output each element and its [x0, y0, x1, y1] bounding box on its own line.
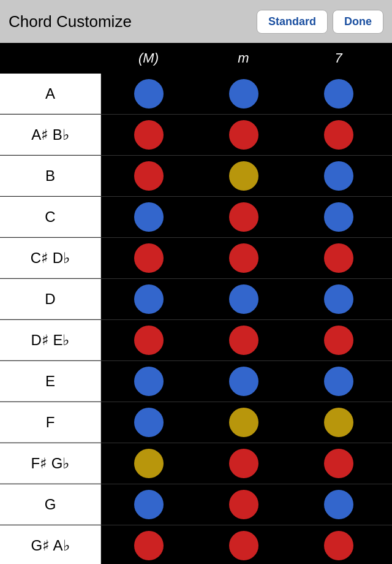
- chord-row: A♯ B♭: [0, 115, 392, 156]
- dot-minor[interactable]: [229, 367, 258, 396]
- chord-dots: [101, 243, 392, 273]
- dot-seventh[interactable]: [324, 243, 353, 273]
- dot-minor[interactable]: [229, 120, 258, 150]
- dot-minor[interactable]: [229, 490, 258, 519]
- dot-major[interactable]: [134, 326, 164, 355]
- dot-minor[interactable]: [229, 161, 258, 191]
- dot-cell: [101, 531, 196, 560]
- chord-dots: [101, 326, 392, 355]
- dot-minor[interactable]: [229, 79, 258, 109]
- col-header-seventh: 7: [291, 50, 386, 66]
- chord-label: A♯ B♭: [0, 115, 101, 155]
- chord-label: F♯ G♭: [0, 443, 101, 484]
- dot-cell: [291, 202, 386, 232]
- dot-cell: [101, 326, 196, 355]
- dot-major[interactable]: [134, 531, 164, 560]
- chord-dots: [101, 79, 392, 109]
- dot-minor[interactable]: [229, 284, 258, 314]
- dot-cell: [196, 79, 291, 109]
- dot-cell: [101, 79, 196, 109]
- dot-cell: [291, 490, 386, 519]
- chord-label: G: [0, 484, 101, 525]
- dot-major[interactable]: [134, 449, 164, 478]
- col-header-minor: m: [196, 50, 291, 66]
- chord-grid: AA♯ B♭BCC♯ D♭DD♯ E♭EFF♯ G♭GG♯ A♭: [0, 74, 392, 564]
- column-headers: (M) m 7: [0, 43, 392, 74]
- dot-cell: [196, 161, 291, 191]
- dot-cell: [291, 367, 386, 396]
- dot-cell: [101, 202, 196, 232]
- chord-dots: [101, 120, 392, 150]
- done-button[interactable]: Done: [333, 10, 383, 34]
- dot-seventh[interactable]: [324, 367, 353, 396]
- page-title: Chord Customize: [9, 12, 132, 31]
- chord-label: D: [0, 279, 101, 319]
- dot-major[interactable]: [134, 161, 164, 191]
- chord-label: C: [0, 197, 101, 237]
- chord-row: C: [0, 197, 392, 238]
- chord-dots: [101, 490, 392, 519]
- dot-minor[interactable]: [229, 408, 258, 437]
- dot-cell: [101, 120, 196, 150]
- dot-cell: [101, 408, 196, 437]
- dot-seventh[interactable]: [324, 120, 353, 150]
- dot-seventh[interactable]: [324, 449, 353, 478]
- chord-row: D: [0, 279, 392, 320]
- dot-seventh[interactable]: [324, 408, 353, 437]
- dot-cell: [101, 284, 196, 314]
- header: Chord Customize Standard Done: [0, 0, 392, 43]
- dot-seventh[interactable]: [324, 326, 353, 355]
- dot-major[interactable]: [134, 79, 164, 109]
- dot-cell: [101, 243, 196, 273]
- dot-cell: [101, 490, 196, 519]
- chord-dots: [101, 367, 392, 396]
- dot-cell: [196, 120, 291, 150]
- dot-cell: [291, 531, 386, 560]
- dot-cell: [196, 202, 291, 232]
- dot-cell: [291, 326, 386, 355]
- chord-row: F♯ G♭: [0, 443, 392, 484]
- dot-cell: [196, 284, 291, 314]
- chord-label: A: [0, 74, 101, 114]
- dot-seventh[interactable]: [324, 531, 353, 560]
- chord-row: E: [0, 361, 392, 402]
- dot-seventh[interactable]: [324, 490, 353, 519]
- standard-button[interactable]: Standard: [257, 10, 328, 34]
- dot-cell: [291, 161, 386, 191]
- dot-cell: [196, 367, 291, 396]
- dot-cell: [101, 449, 196, 478]
- dot-minor[interactable]: [229, 326, 258, 355]
- dot-seventh[interactable]: [324, 161, 353, 191]
- dot-minor[interactable]: [229, 531, 258, 560]
- chord-label: D♯ E♭: [0, 320, 101, 360]
- dot-cell: [291, 449, 386, 478]
- dot-seventh[interactable]: [324, 202, 353, 232]
- dot-major[interactable]: [134, 490, 164, 519]
- dot-major[interactable]: [134, 202, 164, 232]
- dot-minor[interactable]: [229, 243, 258, 273]
- chord-row: D♯ E♭: [0, 320, 392, 361]
- header-buttons: Standard Done: [257, 10, 383, 34]
- dot-cell: [101, 367, 196, 396]
- chord-dots: [101, 202, 392, 232]
- dot-cell: [196, 449, 291, 478]
- dot-minor[interactable]: [229, 449, 258, 478]
- chord-row: G: [0, 484, 392, 525]
- dot-major[interactable]: [134, 408, 164, 437]
- dot-seventh[interactable]: [324, 284, 353, 314]
- dot-major[interactable]: [134, 284, 164, 314]
- dot-seventh[interactable]: [324, 79, 353, 109]
- chord-label: E: [0, 361, 101, 402]
- dot-cell: [291, 79, 386, 109]
- dot-major[interactable]: [134, 367, 164, 396]
- dot-cell: [196, 531, 291, 560]
- chord-label: B: [0, 156, 101, 196]
- dot-major[interactable]: [134, 243, 164, 273]
- dot-cell: [101, 161, 196, 191]
- col-header-major: (M): [101, 50, 196, 66]
- dot-minor[interactable]: [229, 202, 258, 232]
- chord-dots: [101, 408, 392, 437]
- dot-major[interactable]: [134, 120, 164, 150]
- dot-cell: [291, 120, 386, 150]
- chord-row: C♯ D♭: [0, 238, 392, 279]
